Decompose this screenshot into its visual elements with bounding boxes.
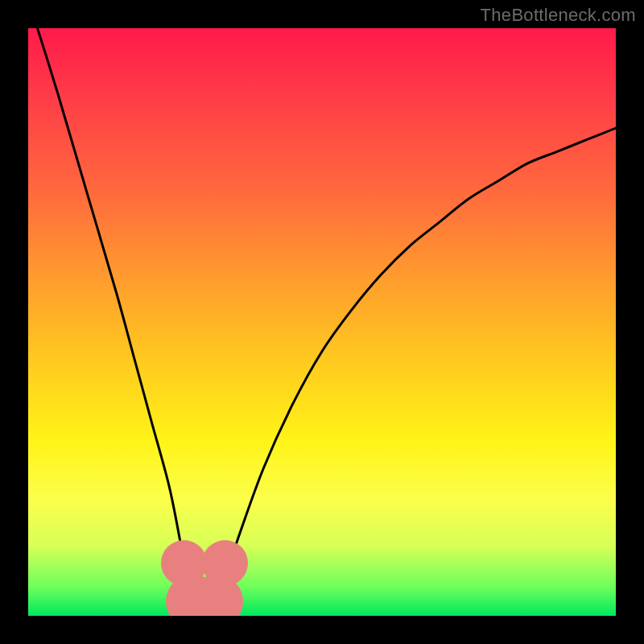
chart-frame: TheBottleneck.com [0,0,644,644]
optimal-marker [202,540,248,586]
bottleneck-curve [28,28,616,616]
watermark-text: TheBottleneck.com [481,5,636,26]
plot-area [28,28,616,616]
